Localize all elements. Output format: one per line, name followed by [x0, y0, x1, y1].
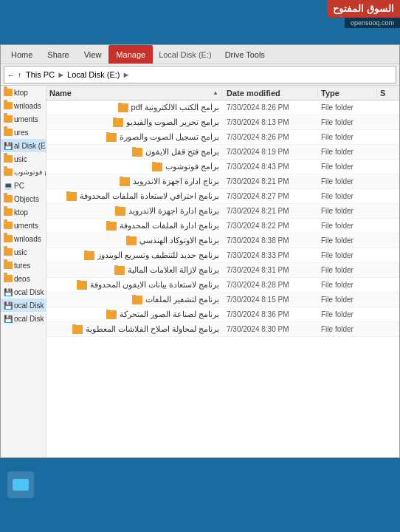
table-row[interactable]: برامج تحرير الصوت والفيديو7/30/2024 8:13… [46, 115, 399, 130]
file-name-cell: برنامج لازالة العلامات المالية [46, 265, 222, 275]
file-type-cell: File folder [318, 281, 377, 289]
file-name-text: برنامج الاوتوكاد الهندسي [139, 236, 219, 245]
nav-up-icon[interactable]: ↑ [18, 71, 21, 79]
table-row[interactable]: برنامج جديد للتنظيف وتسريع الويندوز7/30/… [46, 248, 399, 263]
address-bar[interactable]: ← ↑ This PC ► Local Disk (E:) ► [4, 66, 396, 83]
taskbar-icon-explorer[interactable] [7, 471, 34, 498]
file-date-cell: 7/30/2024 8:13 PM [222, 118, 318, 126]
file-type-cell: File folder [318, 133, 377, 141]
file-date-cell: 7/30/2024 8:26 PM [222, 133, 318, 141]
sidebar-item-photoshop[interactable]: برامج فوتوشوب [1, 166, 46, 179]
nav-back-icon[interactable]: ← [7, 71, 15, 79]
file-name-cell: برنامج لتشفير الملفات [46, 295, 222, 304]
file-name-cell: برنامج لمحاولة اصلاح الفلاشات المعطوبة [46, 324, 222, 334]
sidebar-item-local-e[interactable]: 💾 al Disk (E: [1, 139, 46, 152]
table-row[interactable]: برنامج لازالة العلامات المالية7/30/2024 … [46, 263, 399, 278]
sidebar-item-pc[interactable]: 💻 PC [1, 179, 46, 192]
tab-share[interactable]: Share [40, 45, 76, 64]
table-row[interactable]: برنامج لتشفير الملفات7/30/2024 8:15 PMFi… [46, 293, 399, 307]
tab-manage[interactable]: Manage [108, 45, 153, 64]
folder-icon [152, 163, 162, 171]
sidebar-item-downloads[interactable]: wnloads [1, 99, 46, 112]
file-name-text: برنامج جديد للتنظيف وتسريع الويندوز [97, 250, 219, 260]
table-row[interactable]: برنامج لصناعة الصور المتحركة7/30/2024 8:… [46, 307, 399, 322]
file-date-cell: 7/30/2024 8:15 PM [222, 296, 318, 304]
sidebar-item-videos[interactable]: deos [1, 272, 46, 285]
file-name-text: برنامج ادارة الملفات المحدوفة [120, 221, 219, 231]
folder-icon [113, 118, 123, 127]
folder-icon [115, 207, 125, 216]
file-date-cell: 7/30/2024 8:21 PM [222, 177, 318, 185]
table-row[interactable]: برنامج لمحاولة اصلاح الفلاشات المعطوبة7/… [46, 322, 399, 337]
col-header-type[interactable]: Type [318, 89, 377, 98]
table-row[interactable]: برنامج الاوتوكاد الهندسي7/30/2024 8:38 P… [46, 233, 399, 248]
file-name-cell: برامج تسجيل الصوت والصورة [46, 132, 222, 142]
sidebar-item-objects[interactable]: Objects [1, 192, 46, 205]
folder-icon [4, 168, 13, 176]
file-date-cell: 7/30/2024 8:36 PM [222, 310, 318, 318]
file-name-text: برامج الكتب الالكترونية pdf [131, 103, 219, 112]
col-header-date[interactable]: Date modified [222, 89, 318, 98]
sidebar-item-desktop2[interactable]: ktop [1, 205, 46, 219]
sidebar-item-pictures2[interactable]: tures [1, 259, 46, 272]
file-date-cell: 7/30/2024 8:22 PM [222, 222, 318, 230]
sidebar-item-pictures[interactable]: ures [1, 126, 46, 139]
file-type-cell: File folder [318, 118, 377, 126]
sidebar-item-local-c[interactable]: 💾 ocal Disk (C:) [1, 285, 46, 299]
file-type-cell: File folder [318, 236, 377, 245]
sort-arrow: ▲ [213, 89, 218, 96]
folder-icon [72, 325, 83, 334]
file-type-cell: File folder [318, 325, 377, 333]
ribbon-tabs: Home Share View Manage Local Disk (E:) D… [1, 45, 399, 64]
col-header-size[interactable]: S [377, 89, 399, 98]
sidebar-item-local-f[interactable]: 💾 ocal Disk (F:) [1, 312, 46, 325]
folder-icon [4, 129, 13, 136]
address-drive: Local Disk (E:) [67, 70, 120, 79]
table-row[interactable]: برامج الكتب الالكترونية pdf7/30/2024 8:2… [46, 100, 399, 115]
file-type-cell: File folder [318, 177, 377, 185]
file-name-text: برنامج لازالة العلامات المالية [128, 265, 219, 275]
folder-icon [4, 195, 13, 202]
table-row[interactable]: برنامج احترافي لاستعادة الملفات المحدوفة… [46, 189, 399, 204]
tab-view[interactable]: View [77, 45, 109, 64]
file-name-cell: برنامج لصناعة الصور المتحركة [46, 310, 222, 319]
file-type-cell: File folder [318, 251, 377, 259]
col-header-name[interactable]: Name ▲ [46, 89, 222, 98]
sidebar-item-documents2[interactable]: uments [1, 219, 46, 232]
file-date-cell: 7/30/2024 8:33 PM [222, 251, 318, 259]
file-type-cell: File folder [318, 310, 377, 318]
file-type-cell: File folder [318, 192, 377, 200]
tab-home[interactable]: Home [4, 45, 40, 64]
file-name-cell: برامج الكتب الالكترونية pdf [46, 103, 222, 112]
table-row[interactable]: برامج فوتوشوب7/30/2024 8:43 PMFile folde… [46, 160, 399, 174]
folder-icon [4, 115, 13, 123]
folder-icon [114, 266, 125, 275]
table-row[interactable]: برامج تسجيل الصوت والصورة7/30/2024 8:26 … [46, 130, 399, 145]
file-date-cell: 7/30/2024 8:19 PM [222, 148, 318, 156]
file-name-text: برناج ادارة اجهزة الاندرويد [133, 177, 219, 186]
file-type-cell: File folder [318, 222, 377, 230]
taskbar-icon-inner [13, 479, 29, 491]
file-date-cell: 7/30/2024 8:27 PM [222, 192, 318, 200]
sidebar-item-desktop[interactable]: ktop [1, 86, 46, 99]
tab-drive-tools[interactable]: Drive Tools [218, 45, 272, 64]
table-row[interactable]: برنامج لاستعادة بيانات الايفون المحدوفة7… [46, 278, 399, 293]
file-name-cell: برنامج الاوتوكاد الهندسي [46, 236, 222, 245]
file-type-cell: File folder [318, 163, 377, 171]
sidebar-item-music2[interactable]: usic [1, 245, 46, 259]
file-name-text: برامج تحرير الصوت والفيديو [126, 117, 219, 127]
folder-icon [106, 222, 117, 231]
table-row[interactable]: برناج ادارة اجهزة الاندرويد7/30/2024 8:2… [46, 174, 399, 189]
table-row[interactable]: برنامج ادارة اجهزة الاندرويد7/30/2024 8:… [46, 204, 399, 219]
file-name-text: برنامج لصناعة الصور المتحركة [120, 310, 219, 319]
sidebar-item-local-e2[interactable]: 💾 ocal Disk (E:) [1, 299, 46, 312]
ribbon: Home Share View Manage Local Disk (E:) D… [1, 45, 399, 86]
table-row[interactable]: برنامج ادارة الملفات المحدوفة7/30/2024 8… [46, 219, 399, 233]
sidebar-item-music[interactable]: usic [1, 152, 46, 166]
sidebar-item-documents[interactable]: uments [1, 112, 46, 126]
folder-icon [4, 248, 13, 256]
table-row[interactable]: برامج فتح قفل الايفون7/30/2024 8:19 PMFi… [46, 145, 399, 160]
file-date-cell: 7/30/2024 8:21 PM [222, 207, 318, 215]
sidebar-item-downloads2[interactable]: wnloads [1, 232, 46, 245]
content-area: ktop wnloads uments ures 💾 al Disk (E: u… [1, 86, 399, 457]
